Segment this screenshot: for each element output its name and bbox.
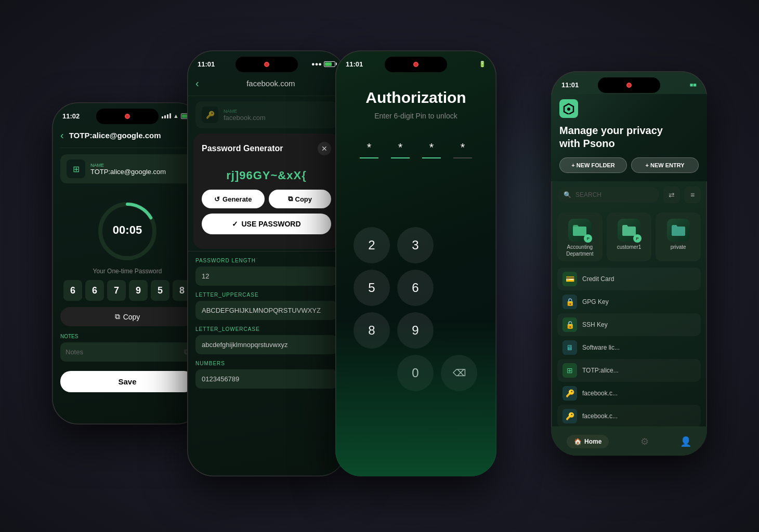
- list-item-software[interactable]: 🖥 Software lic...: [557, 336, 701, 359]
- num-empty-3: [441, 184, 477, 221]
- name-label: NAME: [90, 163, 166, 168]
- back-button-2[interactable]: ‹: [195, 77, 199, 89]
- pin-line-1: [360, 157, 378, 158]
- status-time-3: 11:01: [346, 60, 363, 68]
- p1-header: ‹ TOTP:alice@google.com: [60, 125, 194, 148]
- list-item-sshkey[interactable]: 🔒 SSH Key: [557, 313, 701, 336]
- nav-profile[interactable]: 👤: [680, 436, 691, 447]
- length-input[interactable]: 12: [195, 267, 337, 286]
- num-5[interactable]: 5: [354, 270, 390, 306]
- phone-psono-home: 11:01 ■■ Manage your privacywith Psono: [551, 71, 707, 456]
- digit-1: 6: [63, 280, 82, 301]
- num-0[interactable]: 0: [397, 355, 434, 391]
- field-length: PASSWORD LENGTH 12: [195, 258, 337, 286]
- signal-icon: [162, 113, 171, 118]
- svg-point-4: [567, 108, 570, 111]
- num-2[interactable]: 2: [354, 227, 390, 263]
- p1-title: TOTP:alice@google.com: [69, 131, 161, 140]
- back-button-1[interactable]: ‹: [60, 129, 64, 141]
- search-bar[interactable]: 🔍 SEARCH: [557, 187, 659, 203]
- copy-button-1[interactable]: ⧉ Copy: [60, 307, 194, 326]
- phone-notch-1: [96, 109, 159, 124]
- lowercase-input[interactable]: abcdefghijklmnopqrstuvwxyz: [195, 335, 337, 354]
- use-password-button[interactable]: ✓ USE PASSWORD: [202, 214, 331, 234]
- camera-indicator: [125, 114, 130, 119]
- gpgkey-icon: 🔒: [562, 295, 577, 309]
- save-button[interactable]: Save: [60, 371, 194, 392]
- bottom-nav: 🏠 Home ⚙ 👤: [551, 427, 707, 456]
- pin-star-2: *: [398, 141, 403, 154]
- profile-icon: 👤: [680, 436, 691, 447]
- copy-button-2[interactable]: ⧉ Copy: [269, 190, 332, 208]
- numbers-input[interactable]: 0123456789: [195, 369, 337, 389]
- uppercase-label: LETTER_UPPERCASE: [195, 292, 337, 298]
- new-entry-button[interactable]: + NEW ENTRY: [631, 157, 699, 173]
- filter-button[interactable]: ⇄: [663, 187, 680, 203]
- close-button[interactable]: ✕: [318, 142, 331, 155]
- timer-circle: 00:05: [60, 190, 194, 268]
- status-time-1: 11:02: [62, 112, 80, 120]
- folder-name-private: private: [671, 244, 686, 250]
- status-time-4: 11:01: [561, 81, 579, 89]
- digit-4: 9: [129, 280, 148, 301]
- notes-input[interactable]: Notes ⧉: [60, 342, 194, 362]
- auth-title: Authorization: [365, 89, 466, 107]
- folder-private[interactable]: private: [656, 212, 701, 261]
- list-item-totp[interactable]: ⊞ TOTP:alice...: [557, 359, 701, 382]
- tagline: Manage your privacywith Psono: [559, 124, 699, 150]
- home-icon: 🏠: [574, 438, 582, 445]
- pin-dot-3: *: [422, 141, 441, 158]
- list-view-button[interactable]: ≡: [684, 187, 701, 203]
- notes-section: NOTES Notes ⧉: [60, 334, 194, 362]
- p2-name-label: NAME: [224, 109, 266, 114]
- nav-settings[interactable]: ⚙: [640, 436, 649, 447]
- num-3[interactable]: 3: [397, 227, 434, 263]
- numpad: 2 3 5 6 8 9 0 ⌫: [354, 184, 478, 391]
- list-item-creditcard[interactable]: 💳 Credit Card: [557, 268, 701, 290]
- pin-dot-2: *: [391, 141, 410, 158]
- p2-name-card: 🔑 NAME facebook.com: [195, 101, 337, 128]
- num-6[interactable]: 6: [397, 270, 434, 306]
- wifi-icon: ▲: [173, 113, 179, 119]
- p2-site: facebook.com: [204, 79, 337, 88]
- hero-buttons: + NEW FOLDER + NEW ENTRY: [559, 157, 699, 173]
- pin-star-3: *: [429, 141, 434, 154]
- folder-name-customer1: customer1: [617, 244, 642, 250]
- list-item-gpgkey[interactable]: 🔒 GPG Key: [557, 290, 701, 313]
- folder-customer1[interactable]: P customer1: [607, 212, 652, 261]
- nav-home[interactable]: 🏠 Home: [567, 435, 609, 448]
- pin-line-3: [422, 157, 441, 158]
- notes-label: NOTES: [60, 334, 194, 339]
- list-item-facebook2[interactable]: 🔑 facebook.c...: [557, 405, 701, 427]
- phone-notch-2: [235, 57, 298, 72]
- signal-icon-2: ●●●: [311, 61, 322, 67]
- pin-dot-1: *: [360, 141, 378, 158]
- num-8[interactable]: 8: [354, 312, 390, 349]
- num-empty-1: [354, 184, 390, 221]
- software-label: Software lic...: [582, 344, 620, 351]
- digit-2: 6: [85, 280, 104, 301]
- phone-totp: 11:02 ▲ ‹ TOTP:alice@google.com: [52, 102, 203, 424]
- num-9[interactable]: 9: [397, 312, 434, 349]
- uppercase-input[interactable]: ABCDEFGHIJKLMNOPQRSTUVWXYZ: [195, 301, 337, 320]
- delete-button[interactable]: ⌫: [441, 355, 477, 391]
- fb1-label: facebook.c...: [582, 390, 618, 397]
- phone-notch-4: [598, 77, 660, 93]
- phone-authorization: 11:01 🔋 Authorization Enter 6-digit Pin …: [335, 50, 496, 476]
- folder-accounting[interactable]: P AccountingDepartment: [557, 212, 603, 261]
- new-folder-button[interactable]: + NEW FOLDER: [559, 157, 627, 173]
- hero-section: Manage your privacywith Psono + NEW FOLD…: [551, 94, 707, 181]
- creditcard-label: Credit Card: [582, 275, 614, 283]
- password-generator-modal: Password Generator ✕ rj]96GY~&xX{ ↺ Gene…: [193, 134, 339, 249]
- settings-icon: ⚙: [640, 436, 649, 447]
- generate-button[interactable]: ↺ Generate: [202, 190, 265, 208]
- folder-icon-customer1: P: [618, 219, 640, 242]
- modal-title: Password Generator: [202, 144, 283, 153]
- search-placeholder: SEARCH: [575, 191, 601, 198]
- check-icon: ✓: [232, 220, 238, 228]
- totp-label: TOTP:alice...: [582, 367, 619, 374]
- list-item-facebook1[interactable]: 🔑 facebook.c...: [557, 382, 701, 405]
- p1-name-card: ⊞ NAME TOTP:alice@google.com: [60, 154, 194, 183]
- camera-indicator-3: [413, 62, 418, 67]
- use-password-label: USE PASSWORD: [241, 220, 300, 228]
